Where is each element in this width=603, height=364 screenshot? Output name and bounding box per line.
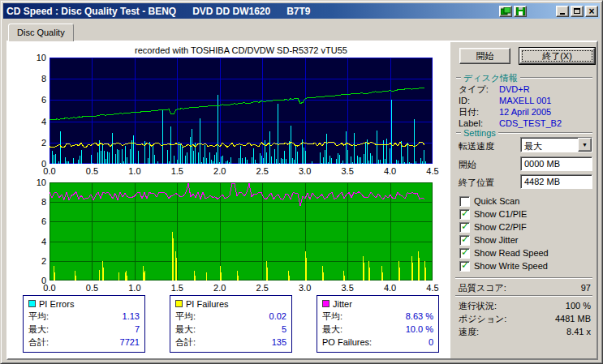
stat-box-header: PI Errors bbox=[28, 298, 140, 310]
disc-info-value: MAXELL 001 bbox=[499, 95, 551, 106]
titlebar[interactable]: CD Speed : Disc Quality Test - BENQ DVD … bbox=[3, 3, 600, 19]
checkbox-box[interactable]: ✓ bbox=[459, 222, 470, 233]
axis-tick: 2 bbox=[30, 256, 46, 266]
checkbox-show-c1-pie[interactable]: ✓Show C1/PIE bbox=[459, 208, 549, 221]
stat-value: 5 bbox=[282, 323, 286, 336]
status-row: 進行状況:100 % bbox=[459, 300, 591, 313]
checkbox-label: Show Write Speed bbox=[474, 261, 548, 271]
checkbox-show-write-speed[interactable]: ✓Show Write Speed bbox=[459, 259, 549, 272]
minimize-button[interactable] bbox=[556, 6, 569, 17]
axis-tick: 2 bbox=[30, 138, 46, 148]
stat-row: 合計:7721 bbox=[28, 336, 140, 349]
disc-info-row: 日付:12 April 2005 bbox=[459, 106, 592, 118]
chevron-down-icon[interactable]: ▼ bbox=[578, 138, 592, 152]
status-row: 速度:8.41 x bbox=[459, 326, 591, 339]
disc-info-row: ID:MAXELL 001 bbox=[459, 95, 592, 106]
stat-label: 平均: bbox=[175, 310, 196, 323]
close-button[interactable]: × bbox=[585, 6, 598, 17]
stat-label: 平均: bbox=[322, 310, 342, 323]
axis-tick: 1.5 bbox=[168, 166, 186, 176]
stat-label: 最大: bbox=[28, 323, 49, 336]
status-value: 8.41 x bbox=[566, 326, 591, 339]
disc-info-label: Label: bbox=[459, 118, 499, 129]
app-window: CD Speed : Disc Quality Test - BENQ DVD … bbox=[0, 0, 603, 364]
maximize-icon bbox=[574, 8, 580, 14]
axis-tick: 4 bbox=[30, 117, 46, 126]
quality-score-value: 97 bbox=[581, 282, 591, 295]
stat-box-title: PI Errors bbox=[39, 299, 74, 309]
plot1-svg bbox=[50, 58, 433, 164]
stat-box-title: PI Failures bbox=[186, 299, 229, 309]
stat-label: 合計: bbox=[175, 336, 196, 349]
axis-tick: 10 bbox=[30, 53, 46, 62]
stat-row: 最大:7 bbox=[28, 323, 140, 336]
option-checkboxes: Quick Scan✓Show C1/PIE✓Show C2/PIF✓Show … bbox=[459, 195, 549, 272]
divider bbox=[520, 77, 592, 79]
stat-value: 0.02 bbox=[269, 310, 286, 323]
stat-row: 最大:5 bbox=[175, 323, 286, 336]
exit-button[interactable]: 終了(X) bbox=[519, 48, 595, 64]
stat-label: 最大: bbox=[322, 323, 342, 336]
transfer-speed-label: 転送速度 bbox=[459, 140, 494, 152]
stat-label: 平均: bbox=[28, 310, 49, 323]
checkbox-box[interactable]: ✓ bbox=[459, 261, 470, 272]
status-label: 進行状況: bbox=[459, 300, 497, 313]
end-position-value: 4482 MB bbox=[524, 177, 560, 186]
separator bbox=[455, 277, 592, 279]
stat-row: 最大:10.0 % bbox=[322, 323, 433, 336]
graph-save-icon[interactable] bbox=[514, 6, 527, 17]
axis-tick: 6 bbox=[30, 216, 46, 226]
axis-tick: 0 bbox=[30, 276, 46, 285]
graph-copy-icon-glyph bbox=[501, 7, 510, 15]
start-position-input[interactable]: 0000 MB bbox=[520, 156, 592, 171]
axis-tick: 1.5 bbox=[168, 283, 186, 293]
checkbox-box[interactable]: ✓ bbox=[459, 248, 470, 259]
stat-box-pi-errors: PI Errors平均:1.13最大:7合計:7721 bbox=[23, 295, 145, 353]
axis-tick: 8 bbox=[30, 197, 46, 207]
disc-info-value: 12 April 2005 bbox=[499, 106, 551, 118]
checkbox-quick-scan[interactable]: Quick Scan bbox=[459, 195, 549, 208]
axis-tick: 3.0 bbox=[296, 166, 314, 176]
start-position-label: 開始 bbox=[459, 159, 476, 171]
window-title: CD Speed : Disc Quality Test - BENQ DVD … bbox=[5, 6, 497, 17]
checkbox-box[interactable] bbox=[459, 196, 470, 207]
checkbox-label: Show C1/PIE bbox=[474, 209, 527, 219]
status-value: 4481 MB bbox=[555, 313, 591, 326]
checkbox-box[interactable]: ✓ bbox=[459, 235, 470, 246]
jitter-pif-chart bbox=[50, 182, 433, 280]
disc-quality-page: recorded with TOSHIBA CD/DVDW SD-R5372 v… bbox=[6, 41, 598, 360]
axis-tick: 2.5 bbox=[253, 166, 271, 176]
checkbox-show-c2-pif[interactable]: ✓Show C2/PIF bbox=[459, 221, 549, 233]
transfer-speed-select[interactable]: 最大 ▼ bbox=[520, 137, 592, 152]
graph-copy-icon[interactable] bbox=[499, 6, 512, 17]
status-label: ポジション: bbox=[459, 313, 506, 326]
separator bbox=[455, 295, 592, 297]
checkbox-show-jitter[interactable]: ✓Show Jitter bbox=[459, 233, 549, 246]
stat-box-pi-failures: PI Failures平均:0.02最大:5合計:135 bbox=[170, 295, 292, 353]
status-label: 速度: bbox=[459, 326, 479, 339]
axis-tick: 2.5 bbox=[253, 283, 271, 293]
axis-tick: 2.0 bbox=[211, 283, 229, 293]
checkbox-box[interactable]: ✓ bbox=[459, 209, 470, 220]
graph-save-icon-glyph bbox=[516, 7, 525, 15]
stat-box-jitter: Jitter平均:8.63 %最大:10.0 %PO Failures:0 bbox=[317, 295, 439, 353]
legend-swatch bbox=[322, 300, 329, 307]
axis-tick: 4.0 bbox=[381, 283, 399, 293]
axis-tick: 0.5 bbox=[83, 166, 101, 176]
quality-score-row: 品質スコア: 97 bbox=[459, 282, 591, 295]
end-position-input[interactable]: 4482 MB bbox=[520, 174, 592, 189]
checkbox-show-read-speed[interactable]: ✓Show Read Speed bbox=[459, 246, 549, 259]
stat-value: 7721 bbox=[120, 336, 140, 349]
settings-header-label: Settings bbox=[463, 128, 496, 138]
stat-label: 合計: bbox=[28, 336, 49, 349]
start-button[interactable]: 開始 bbox=[459, 48, 510, 64]
maximize-button[interactable] bbox=[571, 6, 584, 17]
legend-swatch bbox=[175, 300, 183, 307]
tab-disc-quality[interactable]: Disc Quality bbox=[8, 24, 74, 41]
axis-tick: 0 bbox=[30, 159, 46, 169]
axis-tick: 4.5 bbox=[424, 283, 441, 293]
disc-info-header-label: ディスク情報 bbox=[463, 72, 518, 84]
end-position-label: 終了位置 bbox=[459, 177, 494, 189]
stat-value: 10.0 % bbox=[406, 323, 433, 336]
stat-box-title: Jitter bbox=[333, 299, 352, 309]
